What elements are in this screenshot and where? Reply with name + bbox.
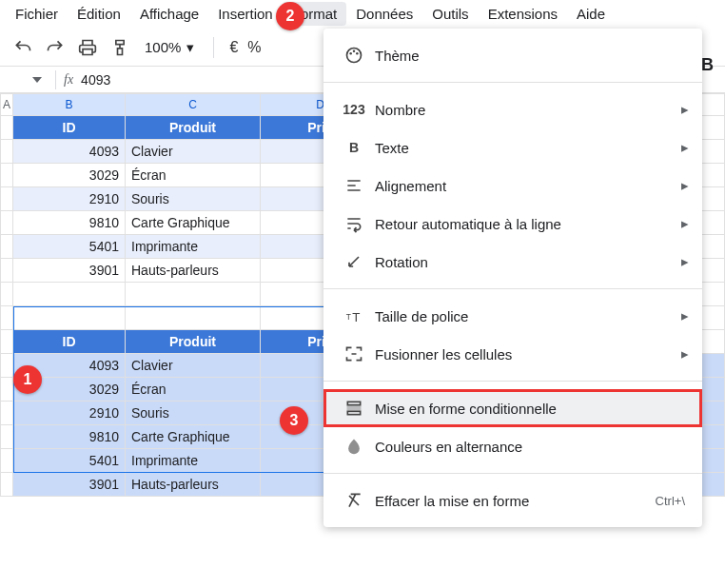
cell[interactable]	[13, 306, 126, 330]
svg-point-3	[356, 52, 359, 55]
svg-rect-7	[347, 406, 360, 409]
menu-item-number[interactable]: 123Nombre▸	[323, 90, 702, 128]
separator	[213, 37, 214, 58]
menu-item-label: Couleurs en alternance	[367, 439, 685, 455]
cell[interactable]	[0, 211, 13, 235]
cell[interactable]	[126, 283, 261, 306]
cell[interactable]: 2910	[13, 402, 126, 425]
cell[interactable]: Écran	[126, 164, 261, 187]
menubar-item-insertion[interactable]: Insertion	[208, 2, 283, 26]
cell[interactable]	[0, 378, 13, 402]
cell[interactable]: Hauts-parleurs	[126, 259, 261, 283]
cell[interactable]	[0, 187, 13, 211]
cell[interactable]: Écran	[126, 378, 261, 402]
menu-item-theme[interactable]: Thème	[323, 36, 702, 74]
menu-item-align[interactable]: Alignement▸	[323, 167, 702, 205]
menu-shortcut: Ctrl+\	[656, 494, 685, 508]
cell[interactable]	[0, 235, 13, 259]
menu-item-altcolor[interactable]: Couleurs en alternance	[323, 427, 702, 465]
svg-point-2	[353, 50, 356, 53]
cell[interactable]: Produit	[126, 116, 261, 140]
name-box[interactable]	[0, 75, 48, 85]
bold-button[interactable]: B	[701, 55, 714, 75]
cell[interactable]	[0, 330, 13, 354]
align-icon	[341, 176, 367, 195]
cell[interactable]: Clavier	[126, 140, 261, 164]
merge-icon	[341, 344, 367, 363]
cell[interactable]: 3029	[13, 164, 126, 187]
cell[interactable]	[0, 402, 13, 425]
menu-item-clear[interactable]: Effacer la mise en formeCtrl+\	[323, 481, 702, 519]
svg-rect-6	[347, 402, 360, 404]
cell[interactable]	[0, 283, 13, 306]
menu-item-merge[interactable]: Fusionner les cellules▸	[323, 335, 702, 373]
col-header-C[interactable]: C	[126, 93, 261, 116]
redo-button[interactable]	[44, 36, 67, 59]
cell[interactable]: Carte Graphique	[126, 211, 261, 235]
menu-item-label: Rotation	[367, 254, 685, 270]
cell[interactable]	[0, 259, 13, 283]
undo-button[interactable]	[11, 36, 34, 59]
cell[interactable]: 5401	[13, 449, 126, 473]
cell[interactable]: 9810	[13, 211, 126, 235]
annotation-badge-2: 2	[276, 2, 304, 30]
cell[interactable]: 9810	[13, 425, 126, 449]
zoom-dropdown[interactable]: 100%▾	[141, 39, 198, 56]
cell[interactable]: Imprimante	[126, 235, 261, 259]
formula-input[interactable]: 4093	[81, 72, 110, 88]
cell[interactable]: 4093	[13, 140, 126, 164]
menu-item-label: Taille de police	[367, 308, 685, 324]
menu-item-bold[interactable]: BTexte▸	[323, 128, 702, 167]
cell[interactable]	[126, 306, 261, 330]
cell[interactable]: Clavier	[126, 354, 261, 378]
cell[interactable]	[0, 473, 13, 497]
menubar-item-édition[interactable]: Édition	[68, 2, 130, 26]
cell[interactable]	[0, 116, 13, 140]
percent-button[interactable]: %	[247, 39, 261, 56]
cell[interactable]: 2910	[13, 187, 126, 211]
cell[interactable]: Carte Graphique	[126, 425, 261, 449]
cell[interactable]: 3901	[13, 473, 126, 497]
cell[interactable]: Souris	[126, 187, 261, 211]
svg-text:T: T	[346, 312, 351, 322]
menu-item-rotation[interactable]: Rotation▸	[323, 243, 702, 281]
cell[interactable]: Imprimante	[126, 449, 261, 473]
menu-item-label: Texte	[367, 140, 685, 156]
menu-divider	[323, 473, 702, 474]
print-button[interactable]	[76, 36, 99, 59]
cell[interactable]: ID	[13, 330, 126, 354]
cell[interactable]: Hauts-parleurs	[126, 473, 261, 497]
cell[interactable]	[0, 354, 13, 378]
cell[interactable]: Souris	[126, 402, 261, 425]
submenu-arrow-icon: ▸	[681, 215, 689, 232]
cell[interactable]	[0, 140, 13, 164]
cond-icon	[341, 399, 367, 418]
menubar-item-aide[interactable]: Aide	[567, 2, 615, 26]
cell[interactable]	[0, 449, 13, 473]
menu-item-wrap[interactable]: Retour automatique à la ligne▸	[323, 205, 702, 243]
menubar-item-affichage[interactable]: Affichage	[130, 2, 208, 26]
menubar-item-extensions[interactable]: Extensions	[479, 2, 567, 26]
clear-icon	[341, 491, 367, 510]
menu-item-label: Thème	[367, 48, 685, 64]
cell[interactable]	[13, 283, 126, 306]
menubar-item-fichier[interactable]: Fichier	[6, 2, 68, 26]
cell[interactable]	[0, 425, 13, 449]
cell[interactable]	[0, 306, 13, 330]
cell[interactable]: 3901	[13, 259, 126, 283]
col-header-B[interactable]: B	[13, 93, 126, 116]
menu-item-cond[interactable]: Mise en forme conditionnelle	[323, 389, 702, 427]
altcolor-icon	[341, 437, 367, 456]
col-header-A[interactable]: A	[0, 93, 13, 116]
cell[interactable]: 5401	[13, 235, 126, 259]
menubar-item-outils[interactable]: Outils	[422, 2, 478, 26]
rotation-icon	[341, 252, 367, 271]
cell[interactable]: Produit	[126, 330, 261, 354]
paint-format-button[interactable]	[108, 36, 131, 59]
menu-item-fontsize[interactable]: TTTaille de police▸	[323, 297, 702, 335]
menubar-item-données[interactable]: Données	[346, 2, 422, 26]
cell[interactable]: ID	[13, 116, 126, 140]
submenu-arrow-icon: ▸	[681, 177, 689, 194]
cell[interactable]	[0, 164, 13, 187]
currency-button[interactable]: €	[229, 39, 238, 56]
